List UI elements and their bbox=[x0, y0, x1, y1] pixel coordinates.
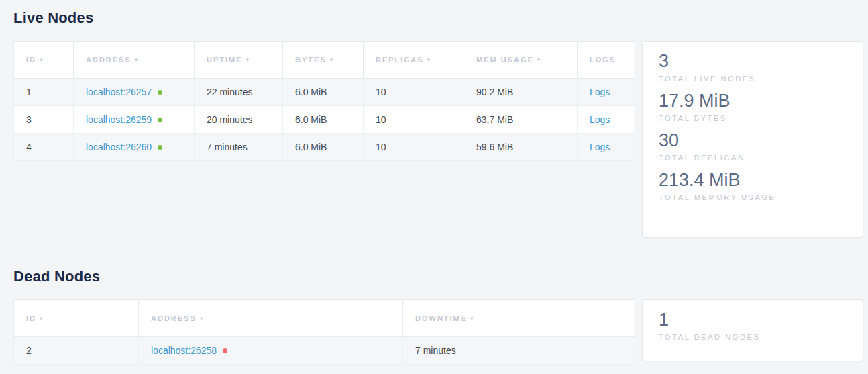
column-header-id[interactable]: ID▾ bbox=[14, 42, 74, 79]
cell-mem_usage: 59.6 MiB bbox=[464, 134, 578, 161]
cell-id: 3 bbox=[14, 106, 74, 134]
node-live-status-icon bbox=[158, 145, 162, 150]
dead-nodes-body: ID▾ADDRESS▾DOWNTIME▾ 2localhost:262587 m… bbox=[13, 299, 863, 365]
node-logs-link[interactable]: Logs bbox=[590, 87, 610, 97]
node-address-link[interactable]: localhost:26258 bbox=[151, 345, 217, 356]
cell-id: 2 bbox=[14, 337, 139, 365]
column-header-address[interactable]: ADDRESS▾ bbox=[74, 42, 195, 79]
sort-arrow-icon: ▾ bbox=[537, 56, 542, 63]
dead-nodes-summary-card: 1TOTAL DEAD NODES bbox=[642, 299, 863, 361]
summary-stat-value: 30 bbox=[659, 130, 847, 152]
column-header-uptime[interactable]: UPTIME▾ bbox=[195, 42, 283, 79]
column-header-id[interactable]: ID▾ bbox=[14, 300, 139, 337]
cluster-nodes-page: Live Nodes ID▾ADDRESS▾UPTIME▾BYTES▾REPLI… bbox=[0, 0, 868, 365]
cell-downtime: 7 minutes bbox=[403, 337, 635, 365]
column-header-label: MEM USAGE bbox=[476, 56, 534, 64]
cell-id: 4 bbox=[14, 134, 74, 161]
dead-nodes-table: ID▾ADDRESS▾DOWNTIME▾ 2localhost:262587 m… bbox=[13, 299, 635, 365]
summary-stat: 30TOTAL REPLICAS bbox=[659, 130, 847, 162]
summary-stat-label: TOTAL MEMORY USAGE bbox=[659, 193, 847, 201]
column-header-label: BYTES bbox=[295, 56, 327, 64]
table-row: 1localhost:2625722 minutes6.0 MiB1090.2 … bbox=[14, 79, 635, 106]
node-address-link[interactable]: localhost:26257 bbox=[86, 87, 152, 97]
live-nodes-summary-card: 3TOTAL LIVE NODES17.9 MiBTOTAL BYTES30TO… bbox=[642, 41, 863, 238]
live-nodes-section: Live Nodes ID▾ADDRESS▾UPTIME▾BYTES▾REPLI… bbox=[13, 9, 863, 238]
cell-address: localhost:26259 bbox=[74, 106, 195, 134]
cell-uptime: 20 minutes bbox=[195, 106, 283, 134]
sort-arrow-icon: ▾ bbox=[40, 315, 44, 322]
dead-nodes-title: Dead Nodes bbox=[13, 268, 863, 285]
live-nodes-header-row: ID▾ADDRESS▾UPTIME▾BYTES▾REPLICAS▾MEM USA… bbox=[14, 42, 635, 79]
sort-arrow-icon: ▾ bbox=[330, 56, 335, 63]
sort-arrow-icon: ▾ bbox=[200, 315, 205, 322]
summary-stat: 1TOTAL DEAD NODES bbox=[659, 309, 847, 341]
summary-stat-label: TOTAL BYTES bbox=[659, 114, 847, 122]
column-header-replicas[interactable]: REPLICAS▾ bbox=[364, 42, 464, 79]
column-header-label: ADDRESS bbox=[86, 56, 131, 64]
column-header-address[interactable]: ADDRESS▾ bbox=[139, 300, 403, 337]
table-row: 2localhost:262587 minutes bbox=[14, 337, 635, 365]
table-row: 4localhost:262607 minutes6.0 MiB1059.6 M… bbox=[14, 134, 635, 161]
column-header-label: DOWNTIME bbox=[415, 314, 467, 322]
column-header-label: ID bbox=[26, 56, 36, 64]
column-header-label: LOGS bbox=[590, 56, 616, 64]
summary-stat: 17.9 MiBTOTAL BYTES bbox=[659, 90, 847, 122]
summary-stat-value: 213.4 MiB bbox=[659, 169, 847, 191]
table-row: 3localhost:2625920 minutes6.0 MiB1063.7 … bbox=[14, 106, 635, 134]
cell-address: localhost:26258 bbox=[139, 337, 403, 365]
summary-stat-value: 3 bbox=[659, 50, 847, 73]
sort-arrow-icon: ▾ bbox=[135, 56, 140, 63]
column-header-label: UPTIME bbox=[207, 56, 243, 64]
live-nodes-title: Live Nodes bbox=[13, 9, 863, 27]
node-address-link[interactable]: localhost:26259 bbox=[86, 114, 152, 125]
cell-uptime: 7 minutes bbox=[195, 134, 283, 161]
summary-stat-label: TOTAL LIVE NODES bbox=[659, 75, 847, 83]
cell-mem_usage: 63.7 MiB bbox=[464, 106, 578, 134]
sort-arrow-icon: ▾ bbox=[40, 56, 44, 63]
cell-replicas: 10 bbox=[364, 134, 464, 161]
summary-stat: 3TOTAL LIVE NODES bbox=[659, 50, 847, 83]
column-header-downtime[interactable]: DOWNTIME▾ bbox=[403, 300, 635, 337]
column-header-mem_usage[interactable]: MEM USAGE▾ bbox=[464, 42, 578, 79]
node-live-status-icon bbox=[158, 118, 162, 122]
node-address-link[interactable]: localhost:26260 bbox=[86, 142, 152, 152]
node-logs-link[interactable]: Logs bbox=[590, 142, 610, 152]
summary-stat-value: 1 bbox=[659, 309, 847, 331]
column-header-logs: LOGS bbox=[578, 42, 635, 79]
sort-arrow-icon: ▾ bbox=[470, 315, 475, 322]
cell-id: 1 bbox=[14, 79, 74, 106]
column-header-label: ADDRESS bbox=[151, 314, 197, 322]
sort-arrow-icon: ▾ bbox=[427, 56, 432, 63]
sort-arrow-icon: ▾ bbox=[246, 56, 251, 63]
cell-address: localhost:26260 bbox=[74, 134, 195, 161]
cell-replicas: 10 bbox=[364, 106, 464, 134]
live-nodes-table: ID▾ADDRESS▾UPTIME▾BYTES▾REPLICAS▾MEM USA… bbox=[13, 41, 635, 161]
live-nodes-body: ID▾ADDRESS▾UPTIME▾BYTES▾REPLICAS▾MEM USA… bbox=[13, 41, 863, 238]
cell-bytes: 6.0 MiB bbox=[283, 134, 364, 161]
node-live-status-icon bbox=[158, 90, 162, 95]
dead-nodes-section: Dead Nodes ID▾ADDRESS▾DOWNTIME▾ 2localho… bbox=[13, 268, 863, 365]
summary-stat: 213.4 MiBTOTAL MEMORY USAGE bbox=[659, 169, 847, 201]
cell-address: localhost:26257 bbox=[74, 79, 195, 106]
cell-logs: Logs bbox=[578, 134, 635, 161]
summary-stat-label: TOTAL DEAD NODES bbox=[659, 333, 847, 341]
column-header-bytes[interactable]: BYTES▾ bbox=[283, 42, 364, 79]
cell-bytes: 6.0 MiB bbox=[283, 106, 364, 134]
cell-uptime: 22 minutes bbox=[195, 79, 283, 106]
cell-replicas: 10 bbox=[364, 79, 464, 106]
cell-logs: Logs bbox=[578, 106, 635, 134]
cell-mem_usage: 90.2 MiB bbox=[464, 79, 578, 106]
column-header-label: REPLICAS bbox=[376, 56, 424, 64]
node-logs-link[interactable]: Logs bbox=[590, 114, 610, 125]
node-dead-status-icon bbox=[223, 348, 227, 353]
summary-stat-value: 17.9 MiB bbox=[659, 90, 847, 112]
cell-bytes: 6.0 MiB bbox=[283, 79, 364, 106]
column-header-label: ID bbox=[26, 314, 36, 322]
summary-stat-label: TOTAL REPLICAS bbox=[659, 154, 847, 162]
cell-logs: Logs bbox=[578, 79, 635, 106]
dead-nodes-header-row: ID▾ADDRESS▾DOWNTIME▾ bbox=[14, 300, 635, 337]
